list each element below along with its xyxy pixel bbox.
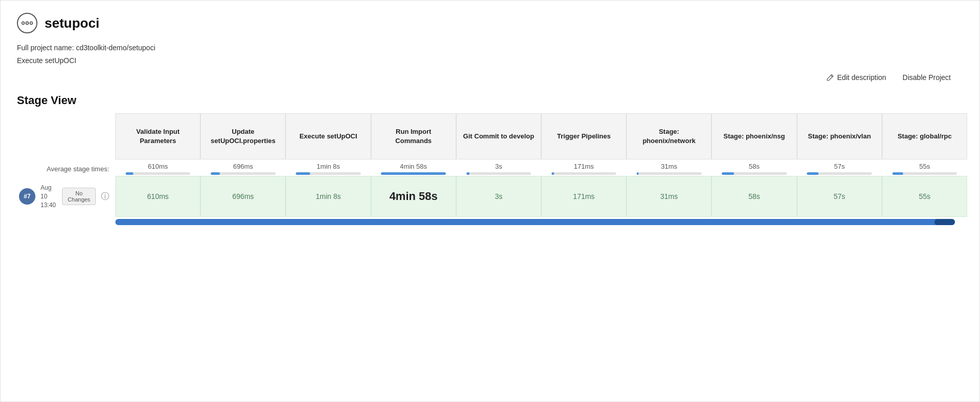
build-badge: #7 bbox=[19, 188, 35, 205]
data-cell-global_rpc[interactable]: 55s bbox=[882, 176, 967, 217]
stage-header-execute: Execute setUpOCI bbox=[285, 113, 371, 159]
avg-bar-fill-global_rpc bbox=[892, 172, 904, 175]
data-cell-update[interactable]: 696ms bbox=[200, 176, 285, 217]
edit-icon bbox=[827, 74, 834, 81]
avg-bar-bg-git_commit bbox=[466, 172, 532, 175]
avg-row: Average stage times: 610ms696ms1min 8s4m… bbox=[13, 159, 967, 176]
disable-project-button[interactable]: Disable Project bbox=[899, 71, 955, 84]
avg-label: Average stage times: bbox=[13, 161, 115, 175]
meta-section: Full project name: cd3toolkit-demo/setup… bbox=[1, 33, 979, 67]
avg-bar-bg-validate bbox=[126, 172, 191, 175]
avg-bar-bg-phoenix_network bbox=[637, 172, 702, 175]
avg-cell-update: 696ms bbox=[200, 159, 285, 176]
stage-header-row: Validate Input ParametersUpdate setUpOCI… bbox=[13, 113, 967, 159]
data-cell-phoenix_nsg[interactable]: 58s bbox=[711, 176, 797, 217]
avg-cell-trigger: 171ms bbox=[541, 159, 626, 176]
avg-bar-fill-trigger bbox=[552, 172, 554, 175]
stage-header-cell-git_commit: Git Commit to develop bbox=[456, 113, 541, 159]
avg-bar-fill-phoenix_vlan bbox=[807, 172, 819, 175]
scrollbar-row bbox=[13, 217, 967, 225]
avg-cell-global_rpc: 55s bbox=[882, 159, 967, 176]
stage-header-update: Update setUpOCI.properties bbox=[200, 113, 285, 159]
svg-point-2 bbox=[30, 22, 33, 25]
stage-header-phoenix_nsg: Stage: phoenix/nsg bbox=[711, 113, 797, 159]
avg-bar-fill-phoenix_network bbox=[637, 172, 639, 175]
stage-header-cell-trigger: Trigger Pipelines bbox=[541, 113, 626, 159]
data-cells: 610ms696ms1min 8s4min 58s3s171ms31ms58s5… bbox=[115, 176, 967, 217]
avg-cells: 610ms696ms1min 8s4min 58s3s171ms31ms58s5… bbox=[115, 159, 967, 176]
avg-time-phoenix_nsg: 58s bbox=[749, 163, 760, 170]
avg-time-global_rpc: 55s bbox=[919, 163, 930, 170]
header: setupoci bbox=[1, 1, 979, 33]
avg-time-update: 696ms bbox=[233, 163, 253, 170]
stage-header-phoenix_network: Stage: phoenix/network bbox=[626, 113, 711, 159]
stage-header-run_import: Run Import Commands bbox=[371, 113, 456, 159]
data-cell-phoenix_vlan[interactable]: 57s bbox=[797, 176, 882, 217]
stage-headers: Validate Input ParametersUpdate setUpOCI… bbox=[115, 113, 967, 159]
stage-header-cell-validate: Validate Input Parameters bbox=[115, 113, 200, 159]
avg-bar-bg-execute bbox=[296, 172, 361, 175]
stage-view-title: Stage View bbox=[1, 84, 979, 113]
avg-bar-fill-validate bbox=[126, 172, 133, 175]
build-meta: Aug 10 13:40 bbox=[40, 184, 57, 209]
left-data-col: #7 Aug 10 13:40 No Changes ⓘ bbox=[13, 176, 115, 217]
project-icon bbox=[17, 13, 37, 33]
scrollbar-track[interactable] bbox=[115, 219, 955, 225]
avg-bar-fill-run_import bbox=[381, 172, 446, 175]
data-cell-trigger[interactable]: 171ms bbox=[541, 176, 626, 217]
stage-header-cell-execute: Execute setUpOCI bbox=[285, 113, 371, 159]
stage-header-global_rpc: Stage: global/rpc bbox=[882, 113, 967, 159]
avg-bar-fill-phoenix_nsg bbox=[722, 172, 734, 175]
avg-bar-fill-execute bbox=[296, 172, 310, 175]
edit-description-button[interactable]: Edit description bbox=[823, 71, 890, 84]
page-wrapper: setupoci Full project name: cd3toolkit-d… bbox=[0, 0, 980, 402]
stage-header-validate: Validate Input Parameters bbox=[115, 113, 200, 159]
stage-header-cell-phoenix_nsg: Stage: phoenix/nsg bbox=[711, 113, 797, 159]
data-cell-validate[interactable]: 610ms bbox=[115, 176, 200, 217]
avg-cell-run_import: 4min 58s bbox=[371, 159, 456, 176]
stage-table: Validate Input ParametersUpdate setUpOCI… bbox=[13, 113, 967, 217]
avg-cell-phoenix_vlan: 57s bbox=[797, 159, 882, 176]
data-cell-phoenix_network[interactable]: 31ms bbox=[626, 176, 711, 217]
data-cell-run_import[interactable]: 4min 58s bbox=[371, 176, 456, 217]
avg-time-phoenix_network: 31ms bbox=[661, 163, 677, 170]
data-cell-execute[interactable]: 1min 8s bbox=[285, 176, 371, 217]
avg-time-execute: 1min 8s bbox=[317, 163, 340, 170]
actions-row: Edit description Disable Project bbox=[1, 67, 979, 84]
stage-header-cell-phoenix_vlan: Stage: phoenix/vlan bbox=[797, 113, 882, 159]
avg-cell-validate: 610ms bbox=[115, 159, 200, 176]
avg-time-run_import: 4min 58s bbox=[400, 163, 427, 170]
scrollbar-thumb[interactable] bbox=[934, 219, 955, 225]
avg-cell-execute: 1min 8s bbox=[285, 159, 371, 176]
stage-header-cell-phoenix_network: Stage: phoenix/network bbox=[626, 113, 711, 159]
svg-point-1 bbox=[26, 22, 29, 25]
no-changes-button[interactable]: No Changes bbox=[62, 188, 96, 205]
project-title: setupoci bbox=[45, 15, 99, 31]
avg-cell-git_commit: 3s bbox=[456, 159, 541, 176]
stage-header-git_commit: Git Commit to develop bbox=[456, 113, 541, 159]
data-row: #7 Aug 10 13:40 No Changes ⓘ 610ms696ms1… bbox=[13, 176, 967, 217]
stage-header-cell-run_import: Run Import Commands bbox=[371, 113, 456, 159]
svg-point-0 bbox=[22, 22, 25, 25]
stage-header-phoenix_vlan: Stage: phoenix/vlan bbox=[797, 113, 882, 159]
execute-label: Execute setUpOCI bbox=[17, 54, 963, 67]
avg-bar-bg-trigger bbox=[552, 172, 617, 175]
avg-bar-bg-run_import bbox=[381, 172, 446, 175]
avg-bar-bg-update bbox=[211, 172, 276, 175]
stage-area: Validate Input ParametersUpdate setUpOCI… bbox=[1, 113, 979, 225]
data-cell-git_commit[interactable]: 3s bbox=[456, 176, 541, 217]
left-col-header bbox=[13, 113, 115, 159]
avg-bar-fill-update bbox=[211, 172, 220, 175]
stage-header-trigger: Trigger Pipelines bbox=[541, 113, 626, 159]
avg-cell-phoenix_nsg: 58s bbox=[711, 159, 797, 176]
avg-time-phoenix_vlan: 57s bbox=[834, 163, 845, 170]
avg-cell-phoenix_network: 31ms bbox=[626, 159, 711, 176]
stage-header-cell-update: Update setUpOCI.properties bbox=[200, 113, 285, 159]
avg-bar-fill-git_commit bbox=[466, 172, 469, 175]
avg-time-git_commit: 3s bbox=[495, 163, 502, 170]
full-project-name: Full project name: cd3toolkit-demo/setup… bbox=[17, 42, 963, 54]
stage-header-cell-global_rpc: Stage: global/rpc bbox=[882, 113, 967, 159]
avg-bar-bg-global_rpc bbox=[892, 172, 957, 175]
info-icon[interactable]: ⓘ bbox=[101, 191, 109, 202]
avg-bar-bg-phoenix_vlan bbox=[807, 172, 872, 175]
